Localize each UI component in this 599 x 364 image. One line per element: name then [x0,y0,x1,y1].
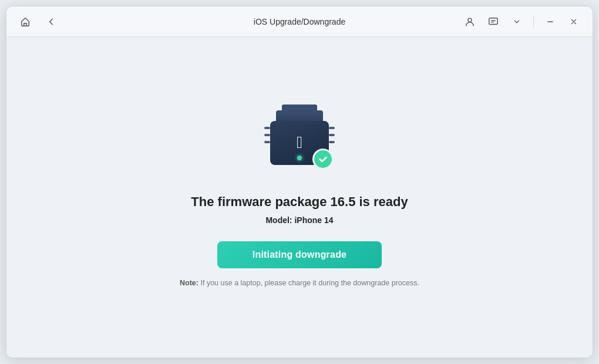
main-content:  The firmwar [6,37,593,358]
pin [329,141,335,143]
note-content: If you use a laptop, please charge it du… [198,279,419,287]
chip-pins-left [264,127,270,143]
pin [329,134,335,136]
app-window: iOS Upgrade/Downgrade [6,6,593,358]
titlebar-left [16,12,60,31]
home-icon [20,16,31,27]
back-icon [46,17,56,26]
titlebar-right [460,12,583,31]
apple-logo:  [297,134,302,151]
pin [329,127,335,129]
pin [264,127,270,129]
svg-rect-1 [489,18,497,24]
chip-led [297,156,302,160]
model-info: Model: iPhone 14 [265,215,333,225]
chip-illustration:  [258,107,341,178]
back-button[interactable] [42,12,60,31]
chip-pins-right [329,127,335,143]
dropdown-button[interactable] [507,12,526,31]
home-button[interactable] [16,12,35,31]
chat-icon [488,16,499,27]
minimize-icon [546,18,554,26]
titlebar-divider [533,16,534,28]
user-button[interactable] [460,12,479,31]
pin [264,141,270,143]
close-icon [570,18,578,26]
user-icon [465,16,475,27]
chat-button[interactable] [484,12,503,31]
downgrade-button[interactable]: Initiating downgrade [217,241,382,268]
titlebar: iOS Upgrade/Downgrade [6,6,593,37]
chevron-down-icon [513,18,521,26]
note-prefix: Note: [180,279,198,287]
minimize-button[interactable] [541,12,560,31]
model-label: Model: [265,215,292,225]
note-text: Note: If you use a laptop, please charge… [180,279,419,287]
window-title: iOS Upgrade/Downgrade [254,17,345,26]
pin [264,134,270,136]
check-icon [318,154,328,164]
check-badge [312,149,334,170]
model-value: iPhone 14 [294,215,333,225]
svg-point-0 [468,18,472,22]
firmware-title: The firmware package 16.5 is ready [191,194,408,210]
close-button[interactable] [564,12,583,31]
